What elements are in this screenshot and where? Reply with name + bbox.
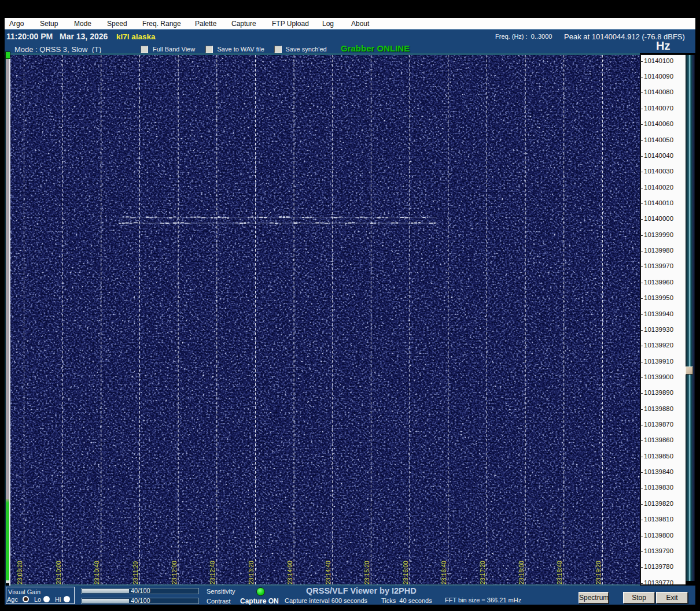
svg-text:23:13:20: 23:13:20 <box>248 561 255 584</box>
svg-text:23:18:00: 23:18:00 <box>518 561 525 584</box>
svg-text:23:15:20: 23:15:20 <box>363 561 370 584</box>
svg-text:23:11:20: 23:11:20 <box>132 561 139 584</box>
svg-text:23:14:00: 23:14:00 <box>286 561 293 584</box>
svg-text:23:10:40: 23:10:40 <box>93 561 100 584</box>
svg-text:23:16:00: 23:16:00 <box>402 561 409 584</box>
svg-text:23:14:40: 23:14:40 <box>325 561 331 584</box>
svg-text:23:09:20: 23:09:20 <box>16 561 23 584</box>
svg-text:23:16:40: 23:16:40 <box>440 561 447 584</box>
svg-text:23:10:00: 23:10:00 <box>55 561 62 584</box>
svg-text:23:12:00: 23:12:00 <box>171 561 178 584</box>
svg-text:23:19:20: 23:19:20 <box>595 561 602 584</box>
svg-text:23:17:20: 23:17:20 <box>479 561 486 584</box>
svg-text:23:18:40: 23:18:40 <box>556 561 563 584</box>
svg-text:23:12:40: 23:12:40 <box>209 561 216 584</box>
